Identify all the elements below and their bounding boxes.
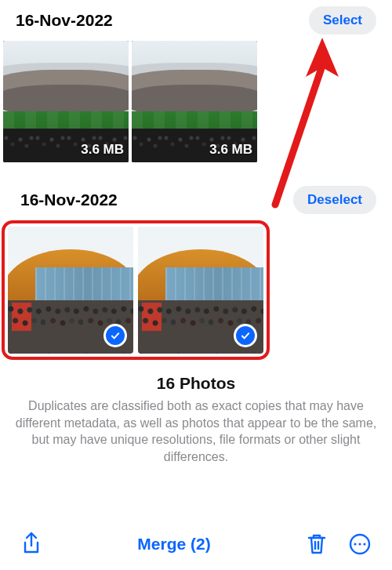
summary-section: 16 Photos Duplicates are classified both… [0,366,392,465]
summary-title: 16 Photos [14,374,378,393]
deselect-button[interactable]: Deselect [293,186,376,214]
thumbnail-row: 3.6 MB 3.6 MB [0,41,392,169]
more-icon [348,532,372,556]
group-date: 16-Nov-2022 [16,11,113,30]
file-size-badge: 3.6 MB [209,142,252,158]
delete-button[interactable] [303,529,331,559]
summary-description: Duplicates are classified both as exact … [14,398,378,465]
share-icon [20,532,42,557]
select-button[interactable]: Select [309,6,376,34]
photo-thumbnail[interactable] [138,227,263,354]
group-header: 16-Nov-2022 Deselect [0,180,392,220]
svg-point-3 [363,543,365,545]
selected-check-icon [234,324,257,347]
svg-point-2 [358,543,361,545]
file-size-badge: 3.6 MB [81,142,124,158]
photo-thumbnail[interactable] [8,227,133,354]
group-date: 16-Nov-2022 [20,191,118,209]
merge-button[interactable]: Merge (2) [137,535,210,554]
more-button[interactable] [345,529,375,559]
selected-check-icon [103,324,127,347]
bottom-toolbar: Merge (2) [0,518,392,570]
group-header: 16-Nov-2022 Select [0,0,392,41]
photo-thumbnail[interactable]: 3.6 MB [132,41,257,162]
share-button[interactable] [17,528,45,560]
svg-point-1 [354,543,356,545]
annotation-highlight-box [2,220,270,360]
duplicate-group: 16-Nov-2022 Deselect [0,175,392,366]
trash-icon [306,532,328,556]
duplicate-group: 16-Nov-2022 Select 3.6 MB 3.6 MB [0,0,392,175]
photo-thumbnail[interactable]: 3.6 MB [3,41,129,162]
